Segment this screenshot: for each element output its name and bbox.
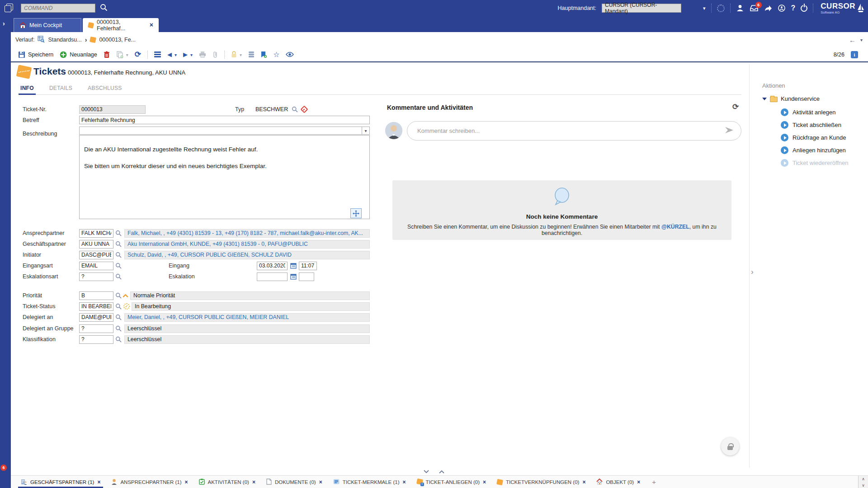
watch-button[interactable] bbox=[286, 52, 294, 57]
comment-input-pill[interactable] bbox=[407, 121, 741, 141]
info-icon[interactable] bbox=[851, 51, 858, 58]
tab-abschluss[interactable]: ABSCHLUSS bbox=[88, 85, 122, 91]
delegiert-an-search-icon[interactable] bbox=[115, 314, 122, 320]
delegiert-an-key-field[interactable] bbox=[79, 313, 113, 322]
resize-handle[interactable] bbox=[350, 208, 362, 218]
beschreibung-template-select[interactable] bbox=[79, 127, 370, 135]
combo-dropdown-icon[interactable] bbox=[362, 127, 369, 134]
command-search-icon[interactable] bbox=[100, 4, 108, 13]
close-tab-icon[interactable] bbox=[150, 22, 153, 28]
prioritaet-search-icon[interactable] bbox=[115, 292, 122, 299]
collapse-down-icon[interactable] bbox=[424, 469, 429, 475]
action-aktivitaet-anlegen[interactable]: Aktivität anlegen bbox=[781, 108, 835, 116]
bottom-tab-geschaeftspartner[interactable]: GESCHÄFTSPARTNER (1) bbox=[15, 476, 106, 488]
eingang-datum-field[interactable] bbox=[257, 262, 288, 270]
scroll-down-icon[interactable] bbox=[859, 482, 868, 488]
hauptmandant-select[interactable]: CURSOR (CURSOR-Mandant) bbox=[602, 4, 681, 13]
eingangsart-search-icon[interactable] bbox=[115, 263, 122, 269]
send-icon[interactable] bbox=[725, 127, 734, 135]
action-ticket-abschliessen[interactable]: Ticket abschließen bbox=[781, 121, 841, 129]
action-anliegen-hinzufuegen[interactable]: Anliegen hinzufügen bbox=[781, 146, 846, 154]
dataset-button[interactable] bbox=[248, 51, 255, 58]
bottom-tab-ticketverknuepfungen[interactable]: TICKETVERKNÜPFUNGEN (0) bbox=[491, 476, 591, 488]
collapse-up-icon[interactable] bbox=[439, 469, 444, 475]
prioritaet-key-field[interactable] bbox=[79, 291, 113, 300]
initiator-key-field[interactable] bbox=[79, 251, 113, 259]
close-icon[interactable] bbox=[97, 479, 100, 485]
history-dropdown-icon[interactable] bbox=[860, 37, 863, 43]
next-record-button[interactable] bbox=[183, 51, 193, 58]
close-icon[interactable] bbox=[185, 479, 188, 485]
close-icon[interactable] bbox=[319, 479, 322, 485]
eskalation-calendar-icon[interactable] bbox=[290, 273, 297, 280]
bottom-tab-ticket-anliegen[interactable]: ? TICKET-ANLIEGEN (0) bbox=[411, 476, 492, 488]
breadcrumb-item-search[interactable]: Standardsu... bbox=[48, 37, 81, 43]
lock-button[interactable] bbox=[231, 51, 242, 58]
ticket-status-search-icon[interactable] bbox=[115, 303, 122, 310]
eingang-zeit-field[interactable] bbox=[299, 262, 317, 270]
delegiert-gruppe-key-field[interactable] bbox=[79, 324, 113, 333]
ansprechpartner-link[interactable]: Falk, Michael, , +49 (4301) 81539 - 13, … bbox=[124, 229, 370, 238]
eskalation-zeit-field[interactable] bbox=[299, 272, 314, 281]
beschreibung-field[interactable]: Die an AKU International zugestellte Rec… bbox=[79, 135, 370, 219]
bottom-tab-objekt[interactable]: OBJEKT (0) bbox=[591, 476, 646, 488]
comments-refresh-icon[interactable] bbox=[732, 102, 739, 112]
betreff-field[interactable] bbox=[79, 116, 370, 124]
lock-dropdown-icon[interactable] bbox=[240, 52, 242, 58]
delegiert-an-link[interactable]: Meier, Daniel, , +49, CURSOR PUBLIC GIEß… bbox=[124, 313, 370, 322]
eskalation-datum-field[interactable] bbox=[257, 272, 288, 281]
action-rueckfrage-an-kunde[interactable]: Rückfrage an Kunde bbox=[781, 134, 846, 141]
copy-dropdown-icon[interactable] bbox=[126, 52, 128, 58]
geschaeftspartner-key-field[interactable] bbox=[79, 240, 113, 249]
inbox-icon[interactable]: 6 bbox=[750, 5, 759, 12]
ansprechpartner-search-icon[interactable] bbox=[115, 230, 122, 236]
close-icon[interactable] bbox=[582, 479, 585, 485]
eskalationsart-field[interactable] bbox=[79, 272, 113, 281]
remote-support-icon[interactable] bbox=[778, 4, 786, 12]
new-record-button[interactable]: Neuanlage bbox=[60, 51, 97, 58]
mention-link[interactable]: @KÜRZEL bbox=[661, 224, 689, 230]
share-icon[interactable] bbox=[764, 5, 772, 12]
panel-expander-icon[interactable] bbox=[751, 267, 754, 277]
delegiert-gruppe-search-icon[interactable] bbox=[115, 325, 122, 332]
save-button[interactable]: Speichern bbox=[18, 51, 53, 58]
breadcrumb-item-ticket[interactable]: 0000013, Fe... bbox=[99, 37, 136, 43]
command-input[interactable] bbox=[21, 4, 95, 13]
bookmark-add-button[interactable] bbox=[261, 51, 267, 58]
help-icon[interactable] bbox=[791, 4, 796, 12]
eingang-calendar-icon[interactable] bbox=[290, 263, 297, 269]
tab-ticket[interactable]: 0000013, Fehlerhaf... bbox=[83, 18, 159, 32]
favorite-button[interactable] bbox=[273, 50, 279, 59]
bottom-tab-aktivitaeten[interactable]: AKTIVITÄTEN (0) bbox=[193, 476, 261, 488]
search-history-icon[interactable] bbox=[38, 36, 45, 44]
bottom-tab-ticket-merkmale[interactable]: TICKET-MERKMALE (1) bbox=[328, 476, 411, 488]
collapse-icon[interactable] bbox=[762, 98, 767, 100]
typ-search-icon[interactable] bbox=[292, 106, 298, 113]
initiator-search-icon[interactable] bbox=[115, 252, 122, 258]
close-icon[interactable] bbox=[483, 479, 486, 485]
tab-mein-cockpit[interactable]: Mein Cockpit bbox=[14, 18, 81, 32]
add-tab-button[interactable] bbox=[646, 476, 662, 488]
ansprechpartner-key-field[interactable] bbox=[79, 229, 113, 238]
actions-group-kundenservice[interactable]: Kundenservice bbox=[762, 95, 820, 102]
user-icon[interactable] bbox=[736, 4, 744, 12]
attachment-button[interactable] bbox=[212, 51, 218, 58]
close-icon[interactable] bbox=[252, 479, 255, 485]
geschaeftspartner-link[interactable]: Aku International GmbH, KUNDE, +49 (4301… bbox=[124, 240, 370, 249]
history-back-icon[interactable] bbox=[849, 36, 856, 44]
previous-record-button[interactable] bbox=[167, 51, 177, 58]
initiator-link[interactable]: Schulz, David, , +49, CURSOR PUBLIC GIEß… bbox=[124, 251, 370, 259]
ticket-status-key-field[interactable] bbox=[79, 302, 113, 311]
close-icon[interactable] bbox=[637, 479, 640, 485]
logout-icon[interactable] bbox=[801, 5, 807, 12]
geschaeftspartner-search-icon[interactable] bbox=[115, 241, 122, 247]
klassifikation-search-icon[interactable] bbox=[115, 336, 122, 343]
comment-input[interactable] bbox=[417, 127, 725, 134]
tab-info[interactable]: INFO bbox=[20, 85, 34, 91]
tab-details[interactable]: DETAILS bbox=[49, 85, 72, 91]
copy-button[interactable] bbox=[116, 51, 128, 58]
typ-field[interactable]: BESCHWER bbox=[255, 106, 288, 113]
bottom-tab-ansprechpartner[interactable]: ANSPRECHPARTNER (1) bbox=[106, 476, 193, 488]
scroll-up-icon[interactable] bbox=[859, 476, 868, 482]
window-switch-icon[interactable] bbox=[5, 4, 14, 13]
